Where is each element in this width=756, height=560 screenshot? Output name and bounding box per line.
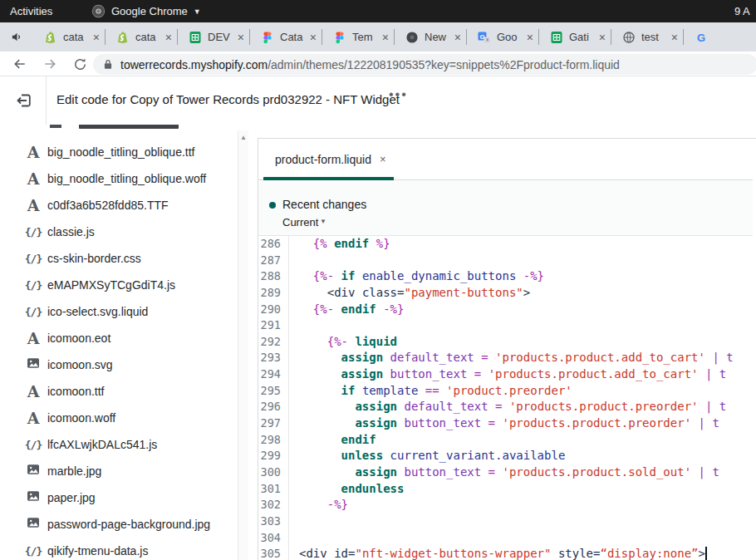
code-line-292[interactable]: 292 {%- liquid <box>258 334 756 351</box>
code-line-294[interactable]: 294 assign button_text = 'products.produ… <box>258 366 756 383</box>
file-item-icomoon.ttf[interactable]: Aicomoon.ttf <box>0 378 238 405</box>
darkdisc-favicon-icon <box>405 31 419 44</box>
more-actions-button[interactable]: ••• <box>389 87 408 102</box>
version-dropdown[interactable]: Current <box>282 216 318 228</box>
code-line-291[interactable]: 291 <box>258 317 756 334</box>
file-name: paper.jpg <box>47 491 96 504</box>
code-file-icon: {/} <box>23 545 43 558</box>
file-item-lfcAXLwjkDALc541.js[interactable]: {/}lfcAXLwjkDALc541.js <box>0 431 238 458</box>
clipped-file-text <box>79 125 179 129</box>
code-line-301[interactable]: 301 endunless <box>258 481 756 498</box>
version-caret-icon[interactable]: ▼ <box>320 218 326 225</box>
code-line-293[interactable]: 293 assign default_text = 'products.prod… <box>258 350 756 366</box>
browser-tab[interactable]: test× <box>611 22 684 52</box>
url-host: towerrecords.myshopify.com <box>120 58 268 71</box>
app-menu[interactable]: Google Chrome ▼ <box>91 4 201 18</box>
file-item-big_noodle_titling_oblique.ttf[interactable]: Abig_noodle_titling_oblique.ttf <box>0 139 238 165</box>
code-area[interactable]: 286 {% endif %}287288 {%- if enable_dyna… <box>258 236 756 560</box>
clipped-file-icon <box>50 125 61 128</box>
line-number: 297 <box>258 415 288 432</box>
clipped-file-item[interactable] <box>47 125 197 130</box>
line-number: 296 <box>258 399 288 415</box>
line-number: 286 <box>258 236 288 253</box>
file-item-qikify-tmenu-data.js[interactable]: {/}qikify-tmenu-data.js <box>0 538 238 560</box>
speaker-icon[interactable] <box>0 31 33 43</box>
line-number: 294 <box>258 366 288 383</box>
file-item-c0df3a6b528fdd85.TTF[interactable]: Ac0df3a6b528fdd85.TTF <box>0 192 238 219</box>
line-number: 291 <box>258 317 288 334</box>
line-text: endif <box>299 432 376 449</box>
line-number: 303 <box>258 513 288 530</box>
sidebar-scrollbar[interactable]: ▲ <box>238 130 248 560</box>
browser-tab[interactable]: Tem× <box>322 22 395 52</box>
code-line-290[interactable]: 290 {%- endif -%} <box>258 302 756 318</box>
unsaved-changes-dot <box>269 202 276 209</box>
reload-button[interactable] <box>70 54 90 74</box>
code-line-289[interactable]: 289 <div class="payment-buttons"> <box>258 285 756 302</box>
file-item-icomoon.eot[interactable]: Aicomoon.eot <box>0 325 238 351</box>
browser-tab[interactable]: cata× <box>33 22 106 52</box>
code-line-286[interactable]: 286 {% endif %} <box>258 236 756 253</box>
file-item-cs-skin-border.css[interactable]: {/}cs-skin-border.css <box>0 245 238 272</box>
file-item-eMAPMXSyTCgGdiT4.js[interactable]: {/}eMAPMXSyTCgGdiT4.js <box>0 272 238 298</box>
browser-tab-strip: cata×cata×DEV×Cata×Tem×New×GxGoo×Gati×te… <box>0 22 756 52</box>
shopify-favicon-icon <box>116 31 130 44</box>
address-bar[interactable]: towerrecords.myshopify.com/admin/themes/… <box>93 54 756 75</box>
browser-tab[interactable]: Cata× <box>250 22 322 52</box>
code-line-300[interactable]: 300 assign button_text = 'products.produ… <box>258 464 756 481</box>
code-file-icon: {/} <box>23 226 43 238</box>
code-line-297[interactable]: 297 assign button_text = 'products.produ… <box>258 415 756 432</box>
code-line-303[interactable]: 303 <box>258 513 756 530</box>
code-line-287[interactable]: 287 <box>258 253 756 269</box>
scroll-up-icon[interactable]: ▲ <box>238 134 248 141</box>
file-item-icomoon.woff[interactable]: Aicomoon.woff <box>0 405 238 431</box>
line-text: unless current_variant.available <box>299 448 565 464</box>
exit-code-editor-button[interactable] <box>13 90 35 111</box>
browser-tab[interactable]: G <box>684 22 756 52</box>
file-item-password-page-background.jpg[interactable]: password-page-background.jpg <box>0 511 238 538</box>
editor-tab-product-form[interactable]: product-form.liquid × <box>258 139 394 180</box>
file-item-marble.jpg[interactable]: marble.jpg <box>0 458 238 484</box>
tab-close-icon[interactable]: × <box>310 32 317 43</box>
code-line-304[interactable]: 304 <box>258 530 756 547</box>
tab-close-icon[interactable]: × <box>382 32 389 43</box>
forward-button[interactable] <box>40 54 60 74</box>
file-item-big_noodle_titling_oblique.woff[interactable]: Abig_noodle_titling_oblique.woff <box>0 165 238 192</box>
file-item-ico-select.svg.liquid[interactable]: {/}ico-select.svg.liquid <box>0 298 238 325</box>
code-line-302[interactable]: 302 -%} <box>258 497 756 513</box>
file-name: ico-select.svg.liquid <box>47 305 148 318</box>
tab-close-icon[interactable]: × <box>599 32 606 43</box>
tab-close-icon[interactable]: × <box>238 32 244 43</box>
code-line-305[interactable]: 305<div id="nft-widget-buttons-wrapper" … <box>258 546 756 560</box>
code-line-296[interactable]: 296 assign default_text = 'products.prod… <box>258 399 756 415</box>
font-file-icon: A <box>23 410 43 426</box>
url-text: towerrecords.myshopify.com/admin/themes/… <box>120 58 620 71</box>
back-button[interactable] <box>10 54 30 74</box>
lock-icon <box>103 59 113 70</box>
file-item-icomoon.svg[interactable]: icomoon.svg <box>0 351 238 378</box>
line-number: 305 <box>258 546 288 560</box>
line-number: 298 <box>258 432 288 449</box>
tab-close-icon[interactable]: × <box>527 32 533 43</box>
code-line-295[interactable]: 295 if template == 'product.preorder' <box>258 383 756 400</box>
tab-close-icon[interactable]: × <box>93 32 100 43</box>
translate-favicon-icon: Gx <box>478 31 491 44</box>
browser-tab[interactable]: Gati× <box>539 22 611 52</box>
code-line-299[interactable]: 299 unless current_variant.available <box>258 448 756 464</box>
tab-close-icon[interactable]: × <box>671 32 678 43</box>
file-item-classie.js[interactable]: {/}classie.js <box>0 219 238 245</box>
os-top-bar: Activities Google Chrome ▼ 9 A <box>0 0 756 22</box>
file-item-paper.jpg[interactable]: paper.jpg <box>0 484 238 511</box>
browser-tab[interactable]: GxGoo× <box>467 22 539 52</box>
browser-tab[interactable]: New× <box>395 22 467 52</box>
browser-tab[interactable]: cata× <box>106 22 178 52</box>
code-line-298[interactable]: 298 endif <box>258 432 756 449</box>
shopify-favicon-icon <box>44 31 57 44</box>
browser-tab[interactable]: DEV× <box>178 22 250 52</box>
activities-button[interactable]: Activities <box>10 5 52 17</box>
editor-tab-close-icon[interactable]: × <box>380 153 386 165</box>
code-line-288[interactable]: 288 {%- if enable_dynamic_buttons -%} <box>258 268 756 285</box>
tab-close-icon[interactable]: × <box>165 32 172 43</box>
tab-close-icon[interactable]: × <box>454 32 461 43</box>
line-text: <div class="payment-buttons"> <box>299 285 530 302</box>
